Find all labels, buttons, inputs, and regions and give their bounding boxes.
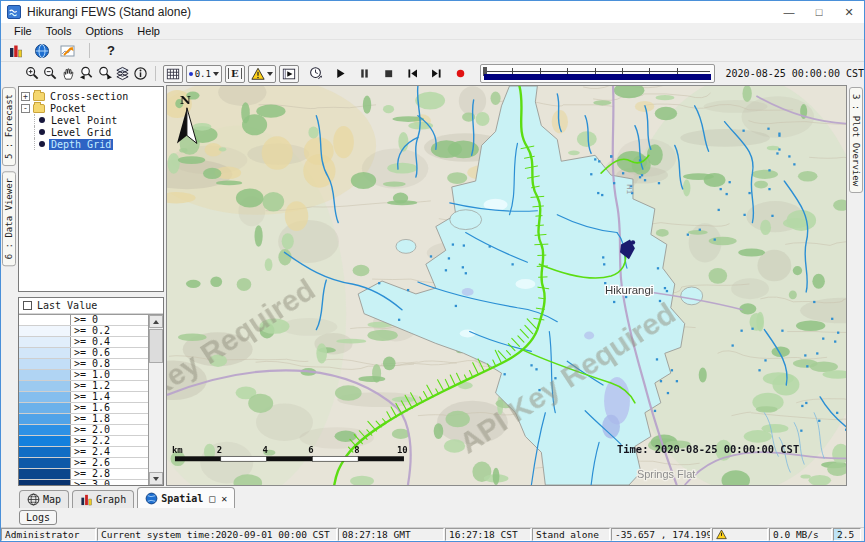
spatial-display-icon[interactable]	[59, 43, 77, 59]
legend-class-label: >= 2.0	[71, 425, 148, 435]
layers-icon[interactable]	[115, 65, 130, 83]
skip-to-end-button[interactable]	[430, 65, 443, 83]
tab-graph[interactable]: Graph	[72, 490, 134, 508]
legend-class-label: >= 1.2	[71, 381, 148, 391]
zoom-next-icon[interactable]	[97, 65, 112, 83]
close-button[interactable]: ✕	[834, 1, 864, 23]
leaf-bullet-icon	[39, 117, 45, 123]
record-button[interactable]	[454, 65, 467, 83]
chevron-down-icon	[267, 72, 273, 76]
skip-to-start-button[interactable]	[406, 65, 419, 83]
info-icon[interactable]	[133, 65, 148, 83]
tree-item-label: Level Point	[49, 115, 119, 126]
menu-item-help[interactable]: Help	[130, 25, 167, 37]
scroll-down-button[interactable]	[149, 472, 163, 485]
pan-hand-icon[interactable]	[61, 65, 76, 83]
animation-timer-icon[interactable]	[308, 65, 323, 83]
globe-icon[interactable]	[33, 43, 51, 59]
legend-panel: Last Value >= 0>= 0.2>= 0.4>= 0.6>= 0.8>…	[18, 297, 164, 486]
zoom-previous-icon[interactable]	[79, 65, 94, 83]
tree-item-level-point[interactable]: Level Point	[19, 114, 163, 126]
legend-color-swatch	[19, 403, 71, 413]
legend-class-label: >= 1.6	[71, 403, 148, 413]
legend-class-label: >= 0.4	[71, 337, 148, 347]
last-value-label: Last Value	[37, 300, 97, 311]
status-cell	[712, 528, 768, 541]
title-bar: Hikurangi FEWS (Stand alone) — □ ✕	[1, 1, 864, 23]
warning-layer-dropdown[interactable]	[248, 65, 276, 83]
tab-forecast[interactable]: 5 : Forecast	[2, 87, 16, 166]
menu-bar: FileToolsOptionsHelp	[1, 23, 864, 40]
legend-toggle-button[interactable]: E	[225, 65, 245, 83]
menu-item-options[interactable]: Options	[78, 25, 130, 37]
svg-text:km: km	[172, 445, 183, 455]
legend-color-swatch	[19, 458, 71, 468]
legend-color-swatch	[19, 326, 71, 336]
classbreaks-dropdown[interactable]: 0.1	[186, 65, 222, 83]
help-button[interactable]: ?	[102, 43, 120, 59]
svg-text:10: 10	[397, 445, 408, 455]
legend-class-label: >= 1.0	[71, 370, 148, 380]
logs-button[interactable]: Logs	[19, 510, 57, 525]
menu-item-file[interactable]: File	[7, 25, 39, 37]
last-value-checkbox[interactable]	[23, 301, 32, 310]
bar-chart-icon	[80, 493, 93, 506]
legend-row: >= 3.0	[19, 480, 148, 485]
pause-button[interactable]	[358, 65, 371, 83]
legend-color-swatch	[19, 337, 71, 347]
legend-class-label: >= 2.8	[71, 469, 148, 479]
status-cell: 2.5 GB	[833, 528, 861, 541]
map-time-label: Time: 2020-08-25 00:00:00 CST	[617, 443, 799, 455]
folder-icon	[33, 104, 45, 113]
tree-item-label: Cross-section	[48, 91, 130, 102]
scroll-up-button[interactable]	[149, 315, 163, 328]
app-logo-icon	[7, 5, 21, 19]
grid-display-button[interactable]	[163, 65, 183, 83]
legend-class-label: >= 0.2	[71, 326, 148, 336]
zoom-out-icon[interactable]	[43, 65, 58, 83]
stop-button[interactable]	[382, 65, 395, 83]
tree-item-pocket[interactable]: -Pocket	[19, 102, 163, 114]
legend-color-swatch	[19, 469, 71, 479]
main-toolbar: ?	[1, 40, 864, 61]
tree-expander[interactable]: -	[21, 104, 30, 113]
tree-item-cross-section[interactable]: +Cross-section	[19, 90, 163, 102]
map-canvas[interactable]: API Key Required API Key Required N km 2…	[167, 86, 846, 485]
legend-class-label: >= 1.4	[71, 392, 148, 402]
maximize-button[interactable]: □	[804, 1, 834, 23]
tree-item-depth-grid[interactable]: Depth Grid	[19, 138, 163, 150]
tree-item-label: Level Grid	[49, 127, 113, 138]
map-toolbar: 0.1 E	[1, 61, 864, 85]
explorer-chart-icon[interactable]	[7, 43, 25, 59]
svg-text:8: 8	[354, 445, 359, 455]
legend-class-label: >= 3.0	[71, 480, 148, 485]
tab-plot-overview[interactable]: 3 : Plot Overview	[849, 87, 863, 193]
legend-color-swatch	[19, 447, 71, 457]
svg-text:N: N	[180, 93, 191, 107]
animation-movie-button[interactable]	[279, 65, 299, 83]
filter-tree[interactable]: +Cross-section-PocketLevel PointLevel Gr…	[18, 86, 164, 292]
classbreak-dot-icon	[189, 72, 193, 76]
menu-item-tools[interactable]: Tools	[39, 25, 79, 37]
map-viewport[interactable]: API Key Required API Key Required N km 2…	[166, 85, 847, 486]
legend-scrollbar[interactable]	[148, 315, 163, 485]
tree-expander[interactable]: +	[21, 92, 30, 101]
legend-class-label: >= 1.8	[71, 414, 148, 424]
legend-color-swatch	[19, 480, 71, 485]
scrollbar-thumb[interactable]	[149, 329, 163, 363]
tab-data-viewer[interactable]: 6 : Data Viewer	[2, 171, 16, 266]
globe-icon	[145, 492, 158, 505]
zoom-in-icon[interactable]	[25, 65, 40, 83]
play-button[interactable]	[334, 65, 347, 83]
svg-text:2: 2	[217, 445, 222, 455]
tab-close-icon[interactable]: ✕	[221, 493, 227, 504]
leaf-bullet-icon	[39, 129, 45, 135]
tab-maximize-icon[interactable]: □	[209, 493, 215, 504]
time-slider[interactable]	[480, 64, 715, 83]
minimize-button[interactable]: —	[774, 1, 804, 23]
tab-map[interactable]: Map	[19, 490, 69, 508]
tree-item-level-grid[interactable]: Level Grid	[19, 126, 163, 138]
tab-spatial[interactable]: Spatial □ ✕	[137, 487, 235, 508]
legend-color-swatch	[19, 436, 71, 446]
legend-class-label: >= 0.8	[71, 359, 148, 369]
